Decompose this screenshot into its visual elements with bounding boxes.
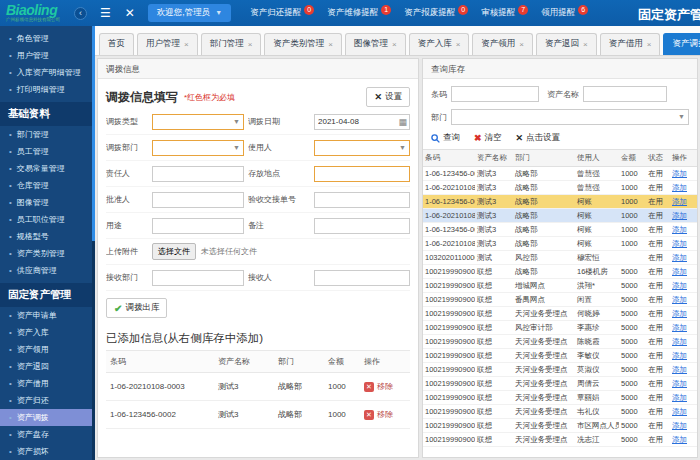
table-row[interactable]: 10021999090031联想风控审计部李惠珍5000在用添加 <box>423 321 697 335</box>
tab-资产退回[interactable]: 资产退回× <box>536 33 597 55</box>
asset-name-filter-input[interactable] <box>583 86 667 102</box>
sidebar-item-资产调拨[interactable]: •资产调拨 <box>0 409 92 426</box>
sidebar-item-资产类别管理[interactable]: •资产类别管理 <box>0 245 95 262</box>
add-link[interactable]: 添加 <box>672 281 687 290</box>
topnav-item[interactable]: 资产维修提醒1 <box>327 7 391 19</box>
input-用途[interactable] <box>152 218 244 234</box>
table-row[interactable]: 10021999090030联想天河业务受理点莫淑仪5000在用添加 <box>423 363 697 377</box>
sidebar-item-资产入库[interactable]: •资产入库 <box>0 324 95 341</box>
tab-图像管理[interactable]: 图像管理× <box>345 33 406 55</box>
add-link[interactable]: 添加 <box>672 407 687 416</box>
clear-button[interactable]: ✖清空 <box>474 132 502 144</box>
table-row[interactable]: 1-06-123456-000测试3战略部柯账1000在用添加 <box>423 195 697 209</box>
sidebar-item-入库资产明细管理[interactable]: •入库资产明细管理 <box>0 64 95 81</box>
tab-close-icon[interactable]: × <box>456 40 461 49</box>
add-link[interactable]: 添加 <box>672 169 687 178</box>
input-接收人[interactable] <box>314 270 410 286</box>
sidebar-item-资产申请单[interactable]: •资产申请单 <box>0 307 95 324</box>
table-row[interactable]: 10021999090029联想天河业务受理点冼志江5000在用添加 <box>423 433 697 447</box>
tab-close-icon[interactable]: × <box>583 40 588 49</box>
add-link[interactable]: 添加 <box>672 365 687 374</box>
sidebar-item-部门管理[interactable]: •部门管理 <box>0 126 95 143</box>
sidebar-item-仓库管理[interactable]: •仓库管理 <box>0 177 95 194</box>
input-使用人[interactable] <box>314 140 410 156</box>
barcode-filter-input[interactable] <box>451 86 539 102</box>
tab-close-icon[interactable]: × <box>647 40 652 49</box>
input-调拨日期[interactable] <box>314 114 410 130</box>
tab-close-icon[interactable]: × <box>328 40 333 49</box>
input-责任人[interactable] <box>152 166 244 182</box>
add-link[interactable]: 添加 <box>672 379 687 388</box>
remove-button[interactable]: ✕移除 <box>364 381 393 392</box>
add-link[interactable]: 添加 <box>672 253 687 262</box>
sidebar-item-规格型号[interactable]: •规格型号 <box>0 228 95 245</box>
table-row[interactable]: 1-06-123456-000测试3战略部柯账1000在用添加 <box>423 223 697 237</box>
sidebar-item-图像管理[interactable]: •图像管理 <box>0 194 95 211</box>
add-link[interactable]: 添加 <box>672 337 687 346</box>
sidebar-item-资产领用[interactable]: •资产领用 <box>0 341 95 358</box>
tab-用户管理[interactable]: 用户管理× <box>137 33 198 55</box>
sidebar-item-员工管理[interactable]: •员工管理 <box>0 143 95 160</box>
add-link[interactable]: 添加 <box>672 239 687 248</box>
sidebar-item-资产退回[interactable]: •资产退回 <box>0 358 95 375</box>
tab-资产类别管理[interactable]: 资产类别管理× <box>264 33 342 55</box>
sidebar-item-用户管理[interactable]: •用户管理 <box>0 47 95 64</box>
tab-close-icon[interactable]: × <box>248 40 253 49</box>
sidebar-item-资产盘存[interactable]: •资产盘存 <box>0 426 95 443</box>
tab-资产领用[interactable]: 资产领用× <box>472 33 533 55</box>
tab-close-icon[interactable]: × <box>184 40 189 49</box>
tab-部门管理[interactable]: 部门管理× <box>201 33 262 55</box>
sidebar-item-交易常量管理[interactable]: •交易常量管理 <box>0 160 95 177</box>
table-row[interactable]: 10021999090031联想天河业务受理点何晓婷5000在用添加 <box>423 307 697 321</box>
input-调拨部门[interactable] <box>152 140 244 156</box>
input-备注[interactable] <box>314 218 410 234</box>
topnav-item[interactable]: 资产归还提醒0 <box>250 7 314 19</box>
add-link[interactable]: 添加 <box>672 393 687 402</box>
sidebar-item-资产损坏[interactable]: •资产损坏 <box>0 443 95 460</box>
sidebar-item-员工职位管理[interactable]: •员工职位管理 <box>0 211 95 228</box>
transfer-out-button[interactable]: ✔调拨出库 <box>106 298 167 318</box>
tab-资产借用[interactable]: 资产借用× <box>600 33 661 55</box>
add-link[interactable]: 添加 <box>672 197 687 206</box>
table-row[interactable]: 1-06-20210108-0测试3战略部柯账1000在用添加 <box>423 209 697 223</box>
topnav-item[interactable]: 领用提醒6 <box>541 7 588 19</box>
table-row[interactable]: 10021999090033联想增城网点洪翔*5000在用添加 <box>423 279 697 293</box>
input-验收交接单号[interactable] <box>314 192 410 208</box>
table-row[interactable]: 1-06-123456-000测试3战略部曾慧强1000在用添加 <box>423 167 697 181</box>
input-调拨类型[interactable] <box>152 114 244 130</box>
topnav-item[interactable]: 资产报废提醒0 <box>404 7 468 19</box>
add-link[interactable]: 添加 <box>672 323 687 332</box>
dept-filter-select[interactable] <box>451 109 689 125</box>
table-row[interactable]: 10021999090033联想番禺网点闲置5000在用添加 <box>423 293 697 307</box>
user-menu-button[interactable]: 欢迎您,管理员▼ <box>148 4 231 22</box>
topnav-item[interactable]: 审核提醒7 <box>481 7 528 19</box>
add-link[interactable]: 添加 <box>672 211 687 220</box>
input-存放地点[interactable] <box>314 166 410 182</box>
click-settings-button[interactable]: ✕点击设置 <box>516 132 561 144</box>
tab-资产入库[interactable]: 资产入库× <box>409 33 470 55</box>
sidebar-item-资产归还[interactable]: •资产归还 <box>0 392 95 409</box>
search-button[interactable]: 查询 <box>431 132 460 144</box>
add-link[interactable]: 添加 <box>672 267 687 276</box>
table-row[interactable]: 10320201100007测试风控部穆宏恒在用添加 <box>423 251 697 265</box>
table-row[interactable]: 10021999090030联想天河业务受理点陈晓霞5000在用添加 <box>423 335 697 349</box>
table-row[interactable]: 1-06-20210108-0测试3战略部柯账1000在用添加 <box>423 237 697 251</box>
collapse-sidebar-icon[interactable]: ‹ <box>74 7 87 20</box>
sidebar-item-打印明细管理[interactable]: •打印明细管理 <box>0 81 95 98</box>
sidebar-item-角色管理[interactable]: •角色管理 <box>0 30 95 47</box>
input-接收部门[interactable] <box>152 270 244 286</box>
settings-button[interactable]: ✕设置 <box>366 87 410 107</box>
menu-icon[interactable]: ☰ <box>100 6 111 20</box>
add-link[interactable]: 添加 <box>672 183 687 192</box>
table-row[interactable]: 1-06-20210108-0测试3战略部曾慧强1000在用添加 <box>423 181 697 195</box>
add-link[interactable]: 添加 <box>672 435 687 444</box>
add-link[interactable]: 添加 <box>672 309 687 318</box>
tab-首页[interactable]: 首页 <box>99 33 134 55</box>
table-row[interactable]: 10021999090029联想天河业务受理点覃丽娟5000在用添加 <box>423 391 697 405</box>
choose-file-button[interactable]: 选择文件 <box>152 243 196 260</box>
table-row[interactable]: 10021999090030联想天河业务受理点李敏仪5000在用添加 <box>423 349 697 363</box>
table-row[interactable]: 10021999090034联想战略部16楼机房5000在用添加 <box>423 265 697 279</box>
close-icon[interactable]: ✕ <box>125 6 135 20</box>
sidebar-scrollbar-thumb[interactable] <box>92 26 95 241</box>
add-link[interactable]: 添加 <box>672 225 687 234</box>
